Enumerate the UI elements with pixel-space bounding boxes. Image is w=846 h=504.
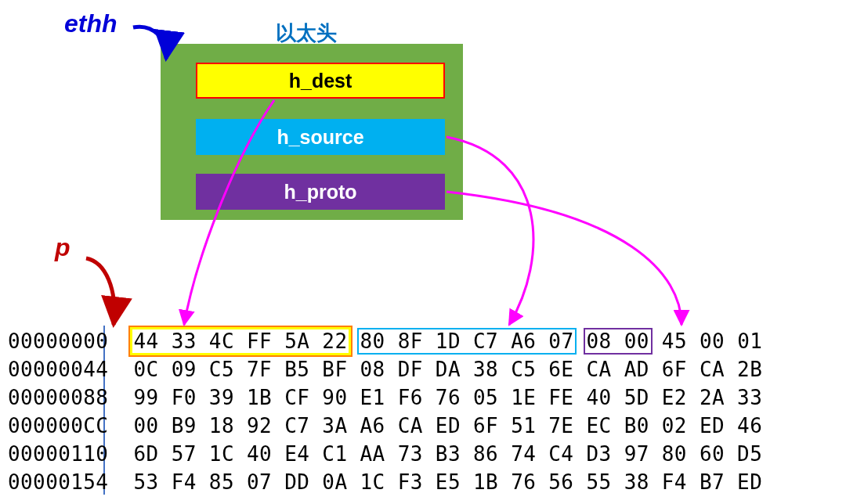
- hex-dump: 00000000 44 33 4C FF 5A 22 80 8F 1D C7 A…: [8, 327, 762, 496]
- hex-h-dest: 44 33 4C FF 5A 22: [132, 329, 349, 353]
- ethhdr-title: 以太头: [276, 20, 337, 47]
- ethh-label: ethh: [64, 9, 118, 38]
- arrow-hproto-to-hex: [446, 192, 682, 325]
- hex-h-proto: 08 00: [585, 329, 651, 353]
- ethhdr-struct-box: h_dest h_source h_proto: [161, 44, 463, 220]
- field-h-source: h_source: [196, 119, 445, 155]
- arrow-p-to-hex: [86, 258, 114, 325]
- field-h-proto: h_proto: [196, 174, 445, 210]
- p-label: p: [55, 233, 70, 262]
- field-h-dest: h_dest: [196, 63, 445, 99]
- hex-h-source: 80 8F 1D C7 A6 07: [359, 329, 576, 353]
